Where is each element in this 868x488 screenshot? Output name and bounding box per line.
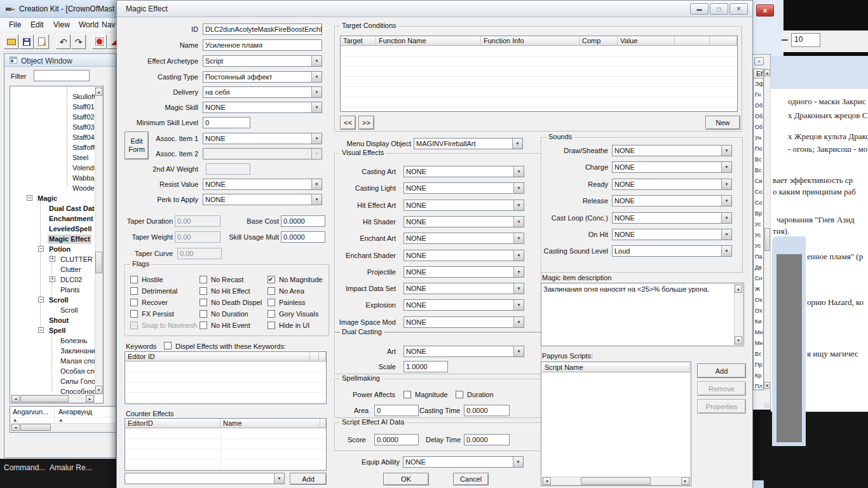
tree-item-15[interactable]: Potion xyxy=(48,245,72,254)
list-cell-clipped[interactable]: A xyxy=(10,417,55,422)
ve-dropdown-1[interactable]: NONE▼ xyxy=(403,182,524,194)
scroll-right-icon[interactable]: ► xyxy=(86,395,94,402)
menu-item-1[interactable]: Edit xyxy=(31,20,44,29)
tree-item-28[interactable]: Силы Голоса xyxy=(59,377,95,386)
flag-checkbox-11[interactable] xyxy=(268,287,275,295)
script-name-header[interactable]: Script Name xyxy=(542,363,690,372)
tree-item-1[interactable]: Staff01 xyxy=(71,102,95,112)
flag-checkbox-5[interactable] xyxy=(200,276,207,283)
close-button[interactable]: × xyxy=(729,3,748,15)
col-target[interactable]: Target xyxy=(341,36,376,46)
tree-vscrollbar[interactable]: ▲ ▼ xyxy=(95,87,103,395)
delivery-dropdown[interactable]: на себя▼ xyxy=(203,86,322,98)
redo-button[interactable]: ↷ xyxy=(71,34,86,49)
minimize-button[interactable]: ▬ xyxy=(690,3,709,15)
counter-effect-dropdown[interactable]: ▼ xyxy=(125,473,285,484)
scroll-down-icon[interactable]: ▼ xyxy=(764,382,770,389)
col-function-info[interactable]: Function Info xyxy=(481,36,580,46)
bg-list-item-5[interactable]: Ун xyxy=(755,133,764,144)
list-cell[interactable]: Ангарвунд xyxy=(56,407,114,417)
ve-dropdown-0[interactable]: NONE▼ xyxy=(403,166,524,177)
ok-button[interactable]: OK xyxy=(383,473,429,485)
menu-display-object-dropdown[interactable]: MAGINVFireballArt▼ xyxy=(414,138,523,149)
min-skill-input[interactable]: 0 xyxy=(203,117,250,128)
equip-ability-dropdown[interactable]: NONE▼ xyxy=(403,456,524,468)
filter-input[interactable] xyxy=(34,70,90,81)
keywords-list[interactable]: Editor ID xyxy=(125,351,327,404)
condition-next-button[interactable]: >> xyxy=(358,116,374,130)
bg-list-item-17[interactable]: Дв xyxy=(755,262,764,273)
tree-collapse-box[interactable]: − xyxy=(38,327,44,333)
skill-usage-mult-input[interactable]: 0.0000 xyxy=(281,231,325,243)
tree-item-12[interactable]: Enchantment xyxy=(48,214,95,224)
ve-dropdown-6[interactable]: NONE▼ xyxy=(403,266,524,278)
bg-list-item-6[interactable]: По xyxy=(755,144,764,154)
col-value[interactable]: Value xyxy=(618,36,675,46)
tree-item-4[interactable]: Staff04 xyxy=(71,133,95,142)
base-cost-input[interactable]: 0.0000 xyxy=(281,215,325,227)
duration-checkbox[interactable] xyxy=(456,391,463,398)
flag-checkbox-3[interactable] xyxy=(130,310,138,318)
list-cell-clipped[interactable]: А xyxy=(56,417,114,422)
scroll-up-icon[interactable]: ▲ xyxy=(735,285,742,293)
tree-item-22[interactable]: Shout xyxy=(48,316,70,325)
tree-item-13[interactable]: LeveledSpell xyxy=(48,224,93,234)
flag-checkbox-10[interactable] xyxy=(268,276,275,283)
counter-header-editorid[interactable]: EditorID xyxy=(125,419,220,428)
sound-dropdown-1[interactable]: NONE▼ xyxy=(612,161,732,173)
tree-item-29[interactable]: Способность xyxy=(59,387,95,395)
papyrus-add-button[interactable]: Add xyxy=(697,363,746,378)
casting-time-input[interactable]: 0.0000 xyxy=(464,405,510,416)
tree-expand-box[interactable]: + xyxy=(50,256,55,262)
bg-list-item-27[interactable]: Кр xyxy=(755,370,764,381)
area-input[interactable]: 0 xyxy=(374,405,419,416)
taskbar-item[interactable]: Command... xyxy=(4,463,45,472)
sound-dropdown-2[interactable]: NONE▼ xyxy=(612,179,732,190)
tree-item-10[interactable]: Magic xyxy=(36,194,58,203)
tree-item-19[interactable]: Plants xyxy=(59,285,81,295)
ve-dropdown-9[interactable]: NONE▼ xyxy=(403,316,524,328)
bg-list-item-8[interactable]: Вс xyxy=(755,165,764,176)
condition-prev-button[interactable]: << xyxy=(340,116,356,130)
flag-checkbox-1[interactable] xyxy=(130,287,138,295)
name-input[interactable]: Усиленное пламя xyxy=(203,39,322,51)
menu-item-3[interactable]: World xyxy=(79,20,98,29)
scroll-down-icon[interactable]: ▼ xyxy=(735,336,742,344)
effect-archetype-dropdown[interactable]: Script▼ xyxy=(203,55,322,67)
bg-list-item-13[interactable]: Ус xyxy=(755,219,764,230)
close-button[interactable]: × xyxy=(754,57,764,65)
scroll-up-icon[interactable]: ▲ xyxy=(764,69,770,76)
preferences-button[interactable] xyxy=(34,34,49,49)
bg-list-item-23[interactable]: Мн xyxy=(755,327,764,338)
scrollbar-thumb[interactable] xyxy=(95,252,102,273)
tree-expand-box[interactable]: + xyxy=(50,276,55,282)
tree-item-20[interactable]: Scroll xyxy=(48,295,70,305)
tree-collapse-box[interactable]: − xyxy=(38,246,44,252)
undo-button[interactable]: ↶ xyxy=(56,34,71,49)
tree-item-24[interactable]: Болезнь xyxy=(59,336,88,346)
flag-checkbox-9[interactable] xyxy=(200,322,207,329)
tree-item-25[interactable]: Заклинание xyxy=(59,346,95,356)
flag-checkbox-0[interactable] xyxy=(130,276,138,283)
flag-checkbox-13[interactable] xyxy=(268,310,275,318)
bg-list-item-26[interactable]: Пр xyxy=(755,360,764,370)
triangle-button[interactable] xyxy=(107,34,116,49)
effects-list-header[interactable]: Ef xyxy=(754,69,764,79)
bg-list-item-15[interactable]: Ус xyxy=(755,241,764,252)
tree-hscrollbar[interactable]: ◄ ► xyxy=(11,395,95,403)
description-scrollbar[interactable]: ▲ ▼ xyxy=(734,284,743,345)
magic-skill-dropdown[interactable]: NONE▼ xyxy=(203,102,322,113)
ve-dropdown-8[interactable]: NONE▼ xyxy=(403,299,524,311)
maximize-button[interactable]: □ xyxy=(710,3,728,15)
tree-item-27[interactable]: Особая способ xyxy=(59,367,95,376)
bg-list-item-0[interactable]: Эф xyxy=(755,79,764,90)
scrollbar-thumb[interactable] xyxy=(20,395,69,402)
tree-item-18[interactable]: DLC02 xyxy=(59,275,83,285)
scrollbar-thumb[interactable] xyxy=(20,424,51,431)
list-hscrollbar[interactable]: ◄ xyxy=(11,423,115,431)
tree-item-9[interactable]: Wooden xyxy=(71,184,95,193)
flag-checkbox-7[interactable] xyxy=(200,299,207,306)
bg-list-item-24[interactable]: Мн xyxy=(755,338,764,349)
delay-time-input[interactable]: 0.0000 xyxy=(464,434,510,445)
bg-list-item-10[interactable]: Со xyxy=(755,187,764,198)
